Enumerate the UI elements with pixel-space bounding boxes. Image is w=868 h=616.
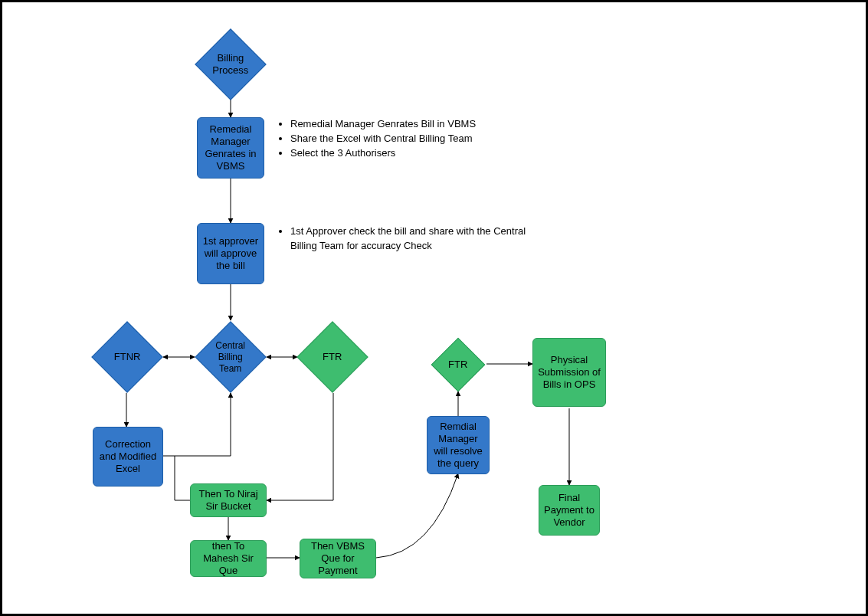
node-vbms-que-payment: Then VBMS Que for Payment: [300, 539, 376, 578]
annotation-2-item: 1st Approver check the bill and share wi…: [290, 224, 537, 254]
label-ftr-1: FTR: [323, 351, 342, 363]
node-billing-process: Billing Process: [195, 28, 266, 100]
node-physical-submission: Physical Submission of Bills in OPS: [532, 338, 606, 407]
label-billing-process: Billing Process: [206, 52, 255, 77]
annotation-1-item: Share the Excel with Central Billing Tea…: [290, 132, 537, 146]
label-resolve-query: Remdial Manager will resolve the query: [431, 421, 486, 470]
node-ftnr: FTNR: [91, 321, 162, 392]
arrows-layer: [2, 2, 868, 616]
label-remedial-manager-generates: Remedial Manager Genrates in VBMS: [201, 123, 260, 173]
node-remedial-manager-generates: Remedial Manager Genrates in VBMS: [197, 117, 264, 179]
label-first-approver: 1st approver will approve the bill: [201, 235, 260, 273]
annotation-1-item: Select the 3 Authorisers: [290, 146, 537, 161]
annotation-2: 1st Approver check the bill and share wi…: [277, 224, 537, 254]
label-mahesh-que: then To Mahesh Sir Que: [194, 540, 263, 578]
annotation-1: Remedial Manager Genrates Bill in VBMS S…: [277, 117, 537, 161]
label-niraj-bucket: Then To Niraj Sir Bucket: [194, 488, 263, 513]
node-resolve-query: Remdial Manager will resolve the query: [427, 416, 490, 474]
node-final-payment: Final Payment to Vendor: [539, 485, 600, 536]
node-first-approver: 1st approver will approve the bill: [197, 223, 264, 284]
label-ftnr: FTNR: [114, 351, 141, 363]
node-ftr-2: FTR: [431, 338, 486, 392]
label-physical-submission: Physical Submission of Bills in OPS: [536, 354, 602, 392]
annotation-1-item: Remedial Manager Genrates Bill in VBMS: [290, 117, 537, 132]
node-ftr-1: FTR: [296, 321, 368, 392]
label-correction-excel: Correction and Modified Excel: [97, 438, 159, 476]
label-final-payment: Final Payment to Vendor: [542, 492, 596, 529]
label-ftr-2: FTR: [448, 359, 467, 371]
node-correction-excel: Correction and Modified Excel: [93, 427, 163, 487]
diagram-frame: Billing Process Remedial Manager Genrate…: [0, 0, 868, 616]
node-central-billing-team: Central Billing Team: [195, 321, 266, 392]
label-central-billing-team: Central Billing Team: [206, 340, 255, 375]
label-vbms-que-payment: Then VBMS Que for Payment: [303, 540, 372, 578]
node-niraj-bucket: Then To Niraj Sir Bucket: [190, 483, 267, 517]
node-mahesh-que: then To Mahesh Sir Que: [190, 540, 267, 577]
